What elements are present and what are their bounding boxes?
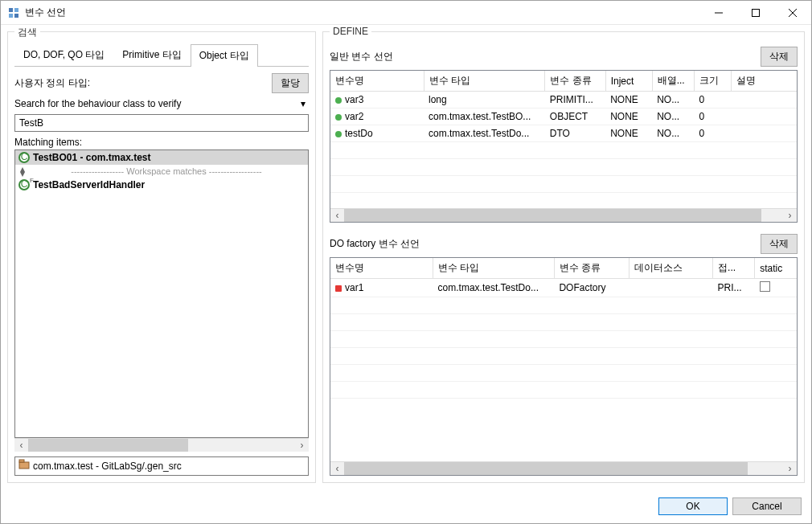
dialog-window: 변수 선언 검색 DO, DOF, QO 타입 Primitive 타입 Obj… <box>0 0 812 524</box>
table-row[interactable]: var3longPRIMITI...NONENO...0 <box>330 92 797 108</box>
assign-button[interactable]: 할당 <box>272 73 309 93</box>
svg-rect-0 <box>9 8 13 12</box>
user-type-label: 사용자 정의 타입: <box>14 76 267 90</box>
table-row-empty <box>330 159 797 176</box>
table-row-empty <box>330 142 797 159</box>
maximize-button[interactable] <box>737 1 774 25</box>
scroll-right-icon[interactable]: › <box>783 462 797 476</box>
table-row-empty <box>330 382 797 399</box>
scroll-right-icon[interactable]: › <box>783 209 797 223</box>
ok-button[interactable]: OK <box>658 497 728 515</box>
static-checkbox[interactable] <box>760 281 770 292</box>
define-legend: DEFINE <box>330 26 371 37</box>
behaviour-label: Search for the behaviour class to verify <box>14 98 293 109</box>
package-item: com.tmax.test - GitLabSg/.gen_src <box>15 457 308 474</box>
col-inject[interactable]: Inject <box>605 71 652 92</box>
search-input[interactable] <box>14 114 309 132</box>
table-row-empty <box>330 176 797 193</box>
svg-rect-1 <box>14 8 18 12</box>
content-area: 검색 DO, DOF, QO 타입 Primitive 타입 Object 타입… <box>1 25 811 489</box>
behaviour-combo: Search for the behaviour class to verify… <box>14 98 309 109</box>
table-row-empty <box>330 297 797 314</box>
status-dot-icon <box>335 97 342 104</box>
scroll-left-icon[interactable]: ‹ <box>14 439 28 452</box>
section1-head: 일반 변수 선언 삭제 <box>330 47 798 67</box>
tab-object[interactable]: Object 타입 <box>191 44 258 67</box>
col-ds[interactable]: 데이터소스 <box>629 258 712 279</box>
svg-rect-5 <box>753 9 760 16</box>
minimize-button[interactable] <box>700 1 737 25</box>
status-dot-icon <box>335 285 342 292</box>
col-desc[interactable]: 설명 <box>732 71 797 92</box>
col-static[interactable]: static <box>755 258 797 279</box>
col-name[interactable]: 변수명 <box>330 258 433 279</box>
package-label: com.tmax.test - GitLabSg/.gen_src <box>33 461 182 472</box>
list-item[interactable]: C F TestBadServerIdHandler <box>15 178 308 192</box>
scroll-left-icon[interactable]: ‹ <box>330 209 344 223</box>
package-box: com.tmax.test - GitLabSg/.gen_src <box>14 456 309 476</box>
table-row-empty <box>330 193 797 209</box>
window-title: 변수 선언 <box>25 6 700 19</box>
dropdown-icon[interactable]: ▾ <box>297 98 309 109</box>
workspace-separator: ▴▾ Workspace matches <box>15 165 308 178</box>
table-row[interactable]: testDocom.tmax.test.TestDo...DTONONENO..… <box>330 125 797 142</box>
col-name[interactable]: 변수명 <box>330 71 424 92</box>
package-icon <box>18 459 30 473</box>
class-icon: C F <box>18 179 30 190</box>
class-icon: C <box>18 152 30 163</box>
search-group: 검색 DO, DOF, QO 타입 Primitive 타입 Object 타입… <box>7 31 316 483</box>
table-row[interactable]: var1com.tmax.test.TestDo...DOFactoryPRI.… <box>330 279 797 297</box>
list-item-label: TestBO01 - com.tmax.test <box>33 152 151 163</box>
status-dot-icon <box>335 114 342 121</box>
col-type[interactable]: 변수 타입 <box>433 258 555 279</box>
section2-table[interactable]: 변수명 변수 타입 변수 종류 데이터소스 접... static var1co… <box>330 257 798 476</box>
matching-list[interactable]: C TestBO01 - com.tmax.test ▴▾ Workspace … <box>14 149 309 438</box>
define-group: DEFINE 일반 변수 선언 삭제 변수명 변수 타입 변수 종류 <box>322 31 805 483</box>
col-kind[interactable]: 변수 종류 <box>545 71 605 92</box>
col-array[interactable]: 배열... <box>652 71 694 92</box>
separator-label: Workspace matches <box>28 166 305 176</box>
tab-do-dof-qo[interactable]: DO, DOF, QO 타입 <box>14 43 113 66</box>
svg-text:C: C <box>21 152 28 162</box>
matching-label: Matching items: <box>14 137 309 148</box>
section2-hscroll[interactable]: ‹ › <box>330 461 797 475</box>
window-buttons <box>700 1 811 25</box>
section1-hscroll[interactable]: ‹ › <box>330 208 797 222</box>
status-dot-icon <box>335 131 342 137</box>
section1-title: 일반 변수 선언 <box>330 50 761 63</box>
svg-rect-12 <box>19 462 29 469</box>
col-type[interactable]: 변수 타입 <box>424 71 545 92</box>
table-row-empty <box>330 331 797 348</box>
col-acc[interactable]: 접... <box>713 258 755 279</box>
section2-delete-button[interactable]: 삭제 <box>761 234 798 254</box>
table-row[interactable]: var2com.tmax.test.TestBO...OBJECTNONENO.… <box>330 108 797 125</box>
table-row-empty <box>330 348 797 365</box>
section1-table[interactable]: 변수명 변수 타입 변수 종류 Inject 배열... 크기 설명 var3l… <box>330 70 798 223</box>
tabs: DO, DOF, QO 타입 Primitive 타입 Object 타입 <box>14 43 309 67</box>
col-kind[interactable]: 변수 종류 <box>554 258 629 279</box>
list-hscroll[interactable]: ‹ › <box>14 438 309 452</box>
search-legend: 검색 <box>14 26 40 39</box>
section2-title: DO factory 변수 선언 <box>330 237 761 251</box>
svg-text:C: C <box>21 179 28 190</box>
cancel-button[interactable]: Cancel <box>732 497 802 515</box>
svg-rect-13 <box>19 460 24 462</box>
user-type-row: 사용자 정의 타입: 할당 <box>14 73 309 93</box>
app-icon <box>7 6 20 19</box>
dialog-footer: OK Cancel <box>1 489 811 523</box>
list-item[interactable]: C TestBO01 - com.tmax.test <box>15 150 308 165</box>
section2-head: DO factory 변수 선언 삭제 <box>330 234 798 254</box>
col-size[interactable]: 크기 <box>694 71 731 92</box>
tab-primitive[interactable]: Primitive 타입 <box>113 43 190 66</box>
list-item-label: TestBadServerIdHandler <box>33 179 145 190</box>
scroll-left-icon[interactable]: ‹ <box>330 462 344 476</box>
scroll-right-icon[interactable]: › <box>295 439 309 452</box>
reorder-icon: ▴▾ <box>20 166 25 176</box>
final-badge: F <box>30 177 34 184</box>
titlebar: 변수 선언 <box>1 1 811 25</box>
table-row-empty <box>330 365 797 382</box>
svg-rect-3 <box>14 14 18 18</box>
close-button[interactable] <box>774 1 811 25</box>
svg-rect-2 <box>9 14 13 18</box>
section1-delete-button[interactable]: 삭제 <box>761 47 798 67</box>
